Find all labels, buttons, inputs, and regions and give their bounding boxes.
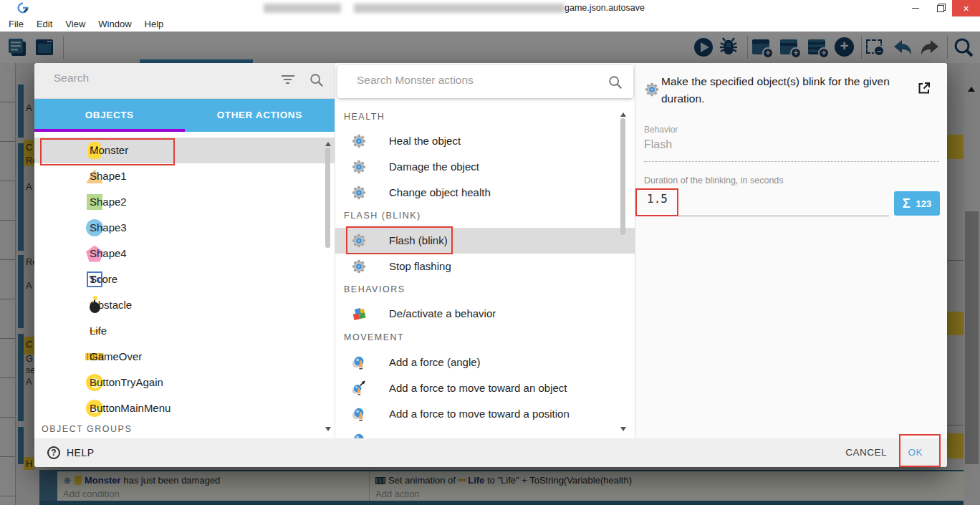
object-label: Score — [90, 266, 117, 292]
duration-field-label: Duration of the blinking, in seconds — [644, 175, 784, 186]
search-icon[interactable] — [607, 74, 623, 90]
object-row-obstacle[interactable]: Obstacle — [34, 292, 335, 318]
object-row-shape2[interactable]: Shape2 — [34, 189, 335, 215]
action-row-deactivate-behavior[interactable]: De/activate a behavior — [335, 301, 635, 327]
action-label: Change object health — [389, 180, 491, 206]
restore-icon — [937, 5, 943, 11]
numbers-icon: 123 — [916, 198, 932, 209]
action-row-add-force-angle[interactable]: Add a force (angle) — [335, 350, 635, 375]
gdevelop-logo-icon — [17, 2, 29, 14]
close-button[interactable]: × — [952, 0, 980, 16]
actions-list: HEALTH Heal the object Damage the object… — [335, 106, 635, 438]
gear-icon — [351, 259, 367, 274]
scroll-down-icon[interactable] — [620, 427, 626, 434]
actions-search-input[interactable] — [357, 74, 557, 87]
minimize-button[interactable] — [904, 0, 927, 16]
titlebar: game.json.autosave × — [0, 0, 980, 16]
cancel-button[interactable]: CANCEL — [845, 438, 887, 467]
actions-search-bar — [337, 65, 633, 98]
action-row-force-toward-position[interactable]: Add a force to move toward a position — [335, 401, 635, 427]
force-hand-icon — [351, 355, 367, 370]
action-row-change-health[interactable]: Change object health — [335, 180, 635, 206]
object-label: ButtonTryAgain — [90, 370, 163, 395]
dialog-footer: HELP CANCEL OK — [34, 438, 947, 467]
section-header-behaviors: BEHAVIORS — [344, 284, 405, 294]
object-label: Shape1 — [90, 163, 127, 189]
force-hand-icon — [351, 432, 367, 438]
scrollbar-thumb[interactable] — [325, 148, 330, 248]
open-in-new-icon[interactable] — [917, 81, 931, 95]
objects-list: Monster Shape1 Shape2 Shape3 Shape4 — [34, 132, 335, 438]
help-icon — [47, 446, 60, 459]
object-row-shape1[interactable]: Shape1 — [34, 163, 335, 189]
object-row-shape3[interactable]: Shape3 — [34, 215, 335, 241]
object-row-gameover[interactable]: GameOver — [34, 344, 335, 370]
close-icon: × — [963, 3, 969, 14]
input-underline — [644, 216, 889, 216]
annotation-box-flash — [346, 226, 453, 254]
expression-editor-button[interactable]: Σ 123 — [894, 191, 940, 216]
action-row-damage[interactable]: Damage the object — [335, 154, 635, 180]
menubar: File Edit View Window Help — [0, 16, 980, 32]
gear-icon — [351, 185, 367, 201]
action-row-stop-flashing[interactable]: Stop flashing — [335, 254, 635, 279]
scroll-up-icon[interactable] — [325, 139, 331, 146]
section-header-flash: FLASH (BLINK) — [344, 211, 421, 221]
menu-view[interactable]: View — [59, 16, 92, 32]
action-label: Heal the object — [389, 128, 461, 154]
action-label: Add a force to move toward an object — [389, 375, 567, 401]
gdevelop-window: game.json.autosave × File Edit View Wind… — [0, 0, 980, 505]
action-row-heal[interactable]: Heal the object — [335, 128, 635, 154]
restore-button[interactable] — [928, 0, 951, 16]
field-divider — [644, 161, 939, 162]
scrollbar-thumb[interactable] — [620, 118, 625, 235]
behavior-field-label: Behavior — [644, 125, 678, 135]
annotation-box-duration — [635, 188, 678, 216]
help-button[interactable]: HELP — [47, 438, 95, 467]
object-label: GameOver — [90, 344, 142, 370]
object-row-score[interactable]: Tx Score — [34, 266, 335, 292]
object-groups-header: OBJECT GROUPS — [42, 424, 132, 434]
scroll-up-icon[interactable] — [620, 110, 626, 117]
action-row-force-toward-object[interactable]: Add a force to move toward an object — [335, 375, 635, 401]
menu-file[interactable]: File — [2, 16, 30, 32]
section-header-movement: MOVEMENT — [344, 332, 404, 342]
object-row-buttonmainmenu[interactable]: ButtonMainMenu — [34, 395, 335, 421]
object-label: Life — [90, 318, 107, 344]
action-detail-panel: Make the specified object(s) blink for t… — [635, 63, 947, 438]
object-label: Shape2 — [90, 189, 127, 215]
object-row-life[interactable]: Life — [34, 318, 335, 344]
menu-edit[interactable]: Edit — [30, 16, 59, 32]
behavior-blocks-icon — [351, 306, 367, 322]
menu-window[interactable]: Window — [92, 16, 138, 32]
objects-search-bar — [34, 63, 335, 99]
tab-objects[interactable]: OBJECTS — [34, 99, 185, 132]
scroll-down-icon[interactable] — [325, 427, 331, 434]
action-description: Make the specified object(s) blink for t… — [661, 73, 913, 107]
window-title: game.json.autosave — [565, 3, 645, 13]
object-label: ButtonMainMenu — [90, 395, 170, 421]
behavior-field-value: Flash — [644, 138, 672, 151]
gear-icon — [351, 133, 367, 149]
object-label: Obstacle — [90, 292, 132, 318]
tab-other-actions[interactable]: OTHER ACTIONS — [185, 99, 335, 132]
instruction-editor-dialog: OBJECTS OTHER ACTIONS Monster Shape1 Sha… — [34, 63, 947, 467]
objects-tabs: OBJECTS OTHER ACTIONS — [34, 99, 335, 132]
filter-icon[interactable] — [282, 75, 294, 85]
annotation-box-monster — [40, 138, 175, 165]
section-header-health: HEALTH — [344, 112, 385, 122]
sigma-icon: Σ — [903, 196, 911, 211]
objects-search-input[interactable] — [54, 72, 254, 85]
object-label: Shape4 — [90, 241, 127, 266]
menu-help[interactable]: Help — [138, 16, 170, 32]
object-label: Shape3 — [90, 215, 127, 241]
action-row-partial[interactable] — [335, 427, 635, 438]
search-icon[interactable] — [309, 72, 325, 88]
action-label: Add a force to move toward a position — [389, 401, 570, 427]
objects-panel: OBJECTS OTHER ACTIONS Monster Shape1 Sha… — [34, 63, 335, 438]
annotation-box-ok — [899, 434, 941, 467]
object-row-shape4[interactable]: Shape4 — [34, 241, 335, 266]
object-row-buttontryagain[interactable]: ButtonTryAgain — [34, 370, 335, 395]
action-label: Stop flashing — [389, 254, 451, 279]
action-label: Damage the object — [389, 154, 479, 180]
